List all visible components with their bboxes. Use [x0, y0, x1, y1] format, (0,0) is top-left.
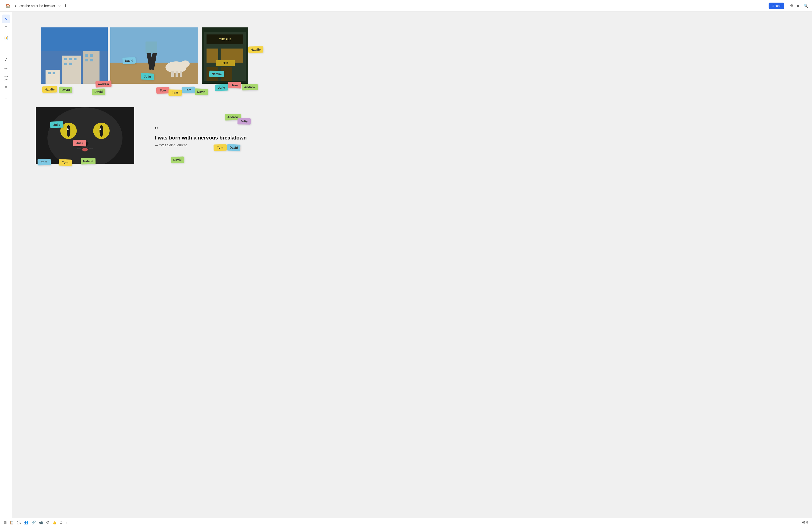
sticky-tom-6[interactable]: Tom	[59, 159, 72, 166]
svg-rect-11	[85, 55, 88, 57]
sticky-julie-3[interactable]: Julie	[50, 121, 63, 128]
svg-point-46	[82, 148, 88, 151]
document-title: Guess the artist ice breaker	[15, 4, 55, 8]
sticky-julie-2[interactable]: Julie	[215, 84, 228, 91]
sticky-natalie-3[interactable]: Natalie	[209, 71, 224, 77]
sticky-julie-1[interactable]: Julie	[141, 73, 154, 80]
svg-rect-13	[85, 59, 88, 61]
svg-text:THE PUB: THE PUB	[219, 38, 232, 41]
quote-text: I was born with a nervous breakdown	[155, 135, 253, 141]
image-london-pub[interactable]: THE PUB PIES	[202, 27, 248, 84]
svg-rect-10	[69, 63, 72, 65]
sticky-tom-1[interactable]: Tom	[156, 87, 170, 94]
sticky-david-3[interactable]: David	[92, 89, 105, 95]
toolbar-separator	[3, 53, 10, 53]
svg-rect-1	[45, 70, 60, 84]
svg-rect-20	[145, 42, 157, 53]
image-dancing-house[interactable]	[41, 27, 108, 84]
sticky-tom-3[interactable]: Tom	[182, 87, 195, 93]
frame-tool[interactable]: ⊞	[2, 83, 10, 92]
sticky-david-1[interactable]: David	[122, 57, 136, 64]
component-tool[interactable]: ⊡	[2, 93, 10, 101]
svg-rect-9	[64, 63, 67, 65]
image-jogging-dog[interactable]	[110, 27, 198, 84]
svg-rect-25	[180, 71, 182, 77]
svg-rect-5	[53, 72, 55, 74]
svg-rect-24	[176, 71, 178, 77]
sticky-natalie-4[interactable]: Natalie	[81, 158, 96, 164]
svg-rect-12	[90, 55, 93, 57]
pen-tool[interactable]: ✏	[2, 64, 10, 73]
svg-rect-23	[171, 71, 174, 77]
sticky-andrew-1[interactable]: Andrew	[95, 80, 112, 88]
svg-point-43	[67, 129, 69, 130]
canvas: THE PUB PIES	[12, 12, 406, 254]
sticky-tom-2[interactable]: Tom	[169, 90, 182, 96]
star-icon[interactable]: ☆	[58, 4, 61, 8]
sticky-tom-5[interactable]: Tom	[38, 159, 51, 166]
quote-block: " I was born with a nervous breakdown — …	[155, 126, 253, 147]
svg-rect-4	[48, 72, 51, 74]
quote-marks: "	[155, 126, 253, 133]
home-button[interactable]: 🏠	[4, 2, 12, 10]
sticky-david-6[interactable]: David	[171, 156, 184, 163]
note-tool[interactable]: 📝	[2, 33, 10, 42]
quote-author: — Yves Saint Laurent	[155, 143, 253, 147]
line-tool[interactable]: ╱	[2, 55, 10, 63]
export-icon[interactable]: ⬆	[64, 3, 67, 8]
svg-point-42	[100, 125, 103, 137]
more-tools[interactable]: ···	[2, 105, 10, 114]
svg-rect-14	[90, 59, 93, 61]
image-black-cat[interactable]	[36, 107, 134, 164]
svg-text:PIES: PIES	[223, 62, 228, 64]
toolbar-separator-2	[3, 103, 10, 103]
shape-tool[interactable]: □	[2, 43, 10, 51]
left-toolbar: ↖ T 📝 □ ╱ ✏ 💬 ⊞ ⊡ ···	[0, 12, 12, 264]
sticky-natalie-2[interactable]: Natalie	[248, 46, 263, 53]
header: 🏠 Guess the artist ice breaker ☆ ⬆ Share…	[0, 0, 406, 12]
sticky-julie-5[interactable]: Julie	[237, 118, 251, 125]
svg-point-41	[67, 125, 70, 137]
sticky-tom-4[interactable]: Tom	[228, 82, 241, 89]
sticky-david-2[interactable]: David	[59, 87, 72, 93]
svg-point-44	[100, 129, 101, 130]
comment-tool[interactable]: 💬	[2, 74, 10, 82]
text-tool[interactable]: T	[2, 24, 10, 32]
sticky-andrew-2[interactable]: Andrew	[242, 84, 258, 90]
sticky-natalie-1[interactable]: Natalie	[42, 86, 57, 93]
svg-rect-15	[41, 27, 108, 51]
svg-rect-8	[74, 58, 76, 60]
sticky-david-4[interactable]: David	[195, 88, 208, 95]
svg-rect-7	[69, 58, 72, 60]
select-tool[interactable]: ↖	[2, 15, 10, 23]
sticky-julie-4[interactable]: Julie	[73, 140, 86, 147]
svg-rect-6	[64, 58, 67, 60]
svg-point-22	[181, 60, 190, 67]
